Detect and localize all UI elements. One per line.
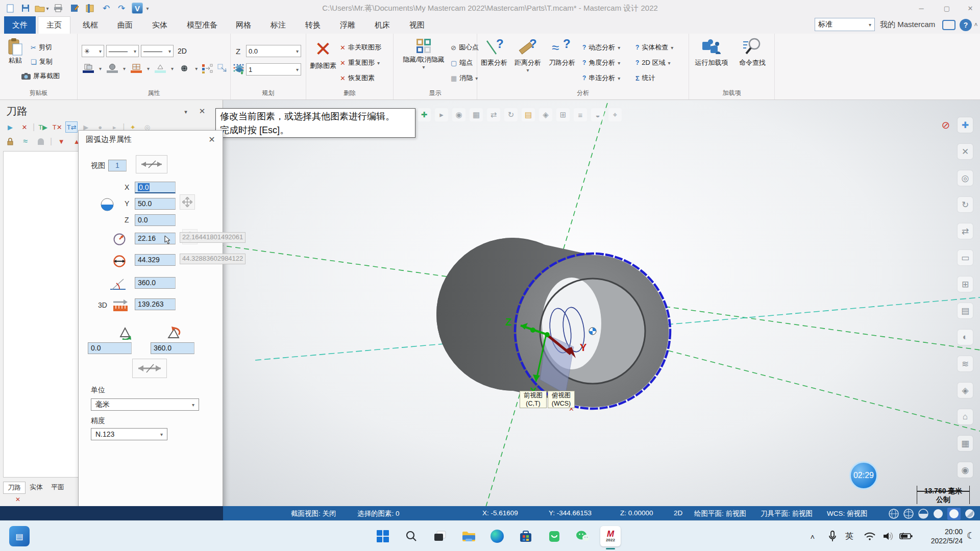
2d-mode-toggle[interactable]: 2D [178,47,187,55]
tab-transform[interactable]: 转换 [297,16,329,34]
open-folder-icon[interactable] [34,3,46,14]
shaded-globe-active[interactable] [947,508,961,520]
units-dropdown[interactable]: 毫米▾ [91,398,199,411]
pinned-app-icon[interactable]: ▤ [9,526,30,546]
task-view-icon[interactable] [430,526,450,546]
center-points-toggle[interactable]: ⊘圆心点 [451,42,479,53]
quickaccess-dropdown-caret[interactable]: ▾ [145,3,150,14]
diameter-field[interactable]: 44.329 [135,254,176,266]
verify-icon[interactable]: V [132,3,143,14]
side-tool-icon[interactable]: ↻ [958,197,973,212]
draft-color-chip[interactable] [154,63,167,73]
analyze-chain-button[interactable]: ?串连分析▾ [582,72,620,84]
file-explorer-icon[interactable] [458,526,479,546]
microphone-icon[interactable] [826,529,839,543]
taskbar-search-icon[interactable] [401,526,422,546]
blank-toggle[interactable]: ▦消隐▾ [451,72,478,84]
overlay-icon[interactable]: ▦ [470,108,483,121]
wire-globe-icon[interactable] [903,508,914,519]
open-dropdown-caret[interactable]: ▾ [45,3,50,14]
copy-button[interactable]: ❏复制 [31,56,53,67]
overlay-icon[interactable]: ◒ [591,108,604,121]
collapse-ribbon-icon[interactable]: ˄ [973,21,979,29]
hide-unhide-button[interactable]: 隐藏/取消隐藏 ▾ [395,37,453,70]
overlay-icon[interactable]: ▤ [522,108,535,121]
cplane-selector[interactable]: 绘图平面: 前视图 [694,509,746,518]
shaded-globe-icon[interactable] [933,508,944,519]
tab-file[interactable]: 文件 [4,16,36,34]
side-tool-icon[interactable]: ▭ [958,250,973,265]
move-origin-button[interactable] [180,194,195,210]
run-addin-button[interactable]: 运行加载项 [691,37,732,67]
solid-color-chip[interactable] [106,63,119,73]
tab-art[interactable]: 浮雕 [332,16,363,34]
wechat-icon[interactable] [573,526,593,546]
paste-button[interactable]: 粘贴 [4,38,27,65]
side-tool-icon[interactable]: ▤ [958,303,973,318]
tab-drafting[interactable]: 标注 [262,16,294,34]
regen-dirty-button[interactable]: T✕ [51,121,63,133]
deselect-all-operations-button[interactable]: ✕ [18,121,31,133]
select-all-operations-button[interactable]: ▶ [4,121,16,133]
tplane-selector[interactable]: 刀具平面: 前视图 [761,509,813,518]
side-tool-icon[interactable]: ⇄ [958,223,973,239]
point-style-combo[interactable]: ✳▾ [82,45,104,57]
end-angle-field[interactable]: 360.0 [151,342,194,354]
analyze-dynamic-button[interactable]: ?动态分析▾ [582,42,620,53]
feedback-icon[interactable] [942,20,955,30]
z-coordinate-field[interactable]: 0.0 [135,214,176,226]
side-tool-icon[interactable]: ◐ [958,330,973,345]
side-tool-icon[interactable]: ◉ [958,462,973,478]
undelete-button[interactable]: ✕恢复图素 [340,72,375,84]
overlay-icon[interactable]: ↻ [504,108,518,121]
view-number-field[interactable]: 1 [108,160,127,171]
side-tool-icon[interactable]: ✕ [958,144,973,159]
line-style-combo[interactable]: ———▾ [106,45,139,57]
flip-arc-button-bottom[interactable] [132,359,167,378]
2d3d-mode-toggle[interactable]: 2D [674,509,682,517]
side-tool-icon[interactable]: ≋ [958,356,973,371]
new-file-icon[interactable] [4,3,16,14]
panel-close-icon[interactable]: ✕ [197,106,207,116]
side-tool-icon[interactable]: ⊞ [958,277,973,292]
undo-icon[interactable]: ↶ [100,3,112,14]
sweep-angle-field[interactable]: 360.0 [135,277,176,289]
set-attributes-icon[interactable] [202,63,213,73]
style-preset-dropdown[interactable]: 标准▾ [815,18,875,31]
ghost-operations-icon[interactable] [35,136,47,147]
wifi-icon[interactable] [863,529,877,543]
tab-machine[interactable]: 机床 [366,16,398,34]
3d-length-field[interactable]: 139.263 [135,298,176,310]
half-shaded-globe-icon[interactable] [964,508,975,519]
z-depth-combo[interactable]: 0.0▾ [246,45,301,57]
side-tool-icon[interactable]: ◎ [958,170,973,186]
edge-browser-icon[interactable] [487,526,507,546]
overlay-icon[interactable]: ⊞ [556,108,570,121]
precision-dropdown[interactable]: N.123▾ [91,428,167,440]
side-tool-icon[interactable]: ▦ [958,436,973,451]
tab-wireframe[interactable]: 线框 [75,16,106,34]
side-tool-icon[interactable]: ✚ [958,117,973,133]
toolpath-display-icon[interactable]: ≈ [19,136,32,147]
overlay-icon[interactable]: ▸ [435,108,448,121]
delete-entities-button[interactable]: ✕ 删除图素 [308,37,338,70]
delete-nonassoc-button[interactable]: ✕非关联图形 [340,42,381,53]
overlay-icon[interactable]: ⌖ [608,108,622,121]
move-insert-down-button[interactable]: ▼ [55,136,67,147]
save-edit-icon[interactable] [68,3,81,14]
flip-arc-button-top[interactable] [136,155,167,173]
2d-area-button[interactable]: ?2D 区域▾ [635,57,671,68]
overlay-icon[interactable]: ≡ [574,108,587,121]
input-language-indicator[interactable]: 英 [845,531,853,542]
mesh-color-chip[interactable] [130,63,143,73]
side-tool-icon[interactable]: ⌂ [958,409,973,424]
dialog-close-icon[interactable]: ✕ [206,134,217,145]
surface-color-chip[interactable] [178,63,191,73]
wire-globe-icon[interactable] [888,508,899,519]
toggle-toolpath-display-button[interactable]: T⇄ [65,121,78,133]
cut-button[interactable]: ✂剪切 [31,42,52,53]
focus-assist-moon-icon[interactable]: ☾ [967,530,975,541]
panel-tab-solids[interactable]: 实体 [26,482,47,494]
x-coordinate-field[interactable]: 0.0 [135,182,176,193]
side-tool-icon[interactable]: ◈ [958,383,973,398]
